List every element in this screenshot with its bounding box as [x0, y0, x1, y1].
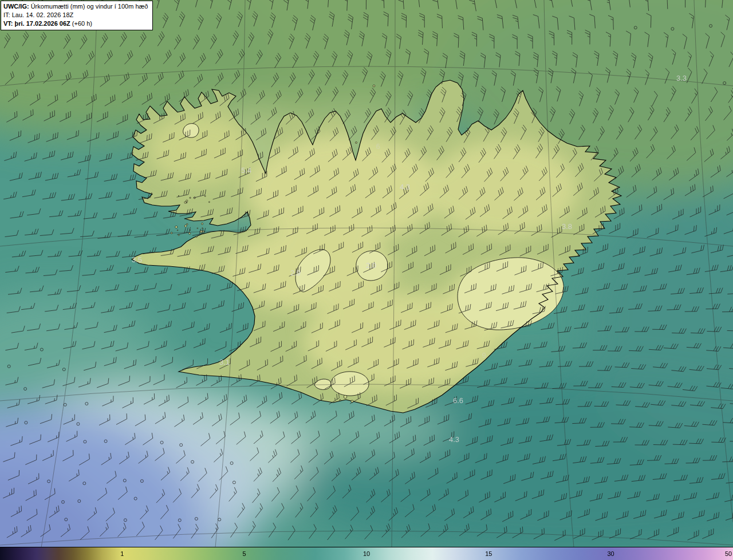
- islet: [186, 202, 187, 203]
- colorbar: 1510153050: [0, 547, 733, 560]
- islet: [189, 232, 191, 234]
- title-box: UWC/IG: Úrkomumætti (mm) og vindur í 100…: [1, 1, 153, 30]
- colorbar-tick-label: 30: [607, 547, 614, 560]
- weather-map-page: 3.35.44.33.83.52.92.03.16.64.396 UWC/IG:…: [0, 0, 733, 560]
- islet: [204, 196, 206, 197]
- map-label: 3.5: [132, 255, 142, 264]
- islet: [175, 226, 178, 228]
- valid-time-line: VT: þri. 17.02.2026 06Z (+60 h): [3, 19, 148, 28]
- islet: [202, 223, 203, 224]
- title-text: Úrkomumætti (mm) og vindur í 100m hæð: [29, 3, 148, 10]
- islet: [196, 236, 197, 237]
- map-label: 5.4: [241, 166, 251, 175]
- colorbar-tick-label: 1: [120, 547, 124, 560]
- map-label: 2.0: [366, 261, 376, 270]
- islet: [184, 225, 187, 227]
- islet: [178, 195, 179, 196]
- map-label: 3.3: [676, 74, 687, 82]
- map-label: 6: [376, 142, 380, 151]
- map-label: 3.1: [219, 358, 230, 366]
- islet: [190, 197, 191, 198]
- islet: [344, 395, 347, 399]
- islet: [373, 85, 375, 87]
- valid-time-bold: VT: þri. 17.02.2026 06Z: [3, 20, 70, 27]
- islet: [186, 200, 188, 202]
- colorbar-tick-label: 50: [725, 547, 732, 560]
- map-label: 4.3: [400, 183, 410, 191]
- map-label: 9: [482, 351, 486, 360]
- model-name: UWC/IG:: [3, 3, 29, 10]
- title-line: UWC/IG: Úrkomumætti (mm) og vindur í 100…: [3, 2, 148, 11]
- islet: [177, 230, 178, 231]
- map-label: 6.6: [453, 396, 463, 405]
- islet: [184, 202, 186, 203]
- weather-map-svg: 3.35.44.33.83.52.92.03.16.64.396: [0, 0, 733, 547]
- islet: [202, 228, 203, 229]
- colorbar-tick-label: 10: [363, 547, 370, 560]
- colorbar-tick-label: 5: [243, 547, 246, 560]
- map-label: 3.8: [562, 222, 572, 231]
- islet: [197, 228, 198, 229]
- islet: [178, 234, 179, 235]
- islet: [340, 400, 341, 401]
- islet: [187, 223, 188, 224]
- colorbar-tick-label: 15: [485, 547, 492, 560]
- valid-time-rest: (+60 h): [70, 20, 92, 27]
- map-label: 2.9: [290, 269, 301, 277]
- init-time-line: IT: Lau. 14. 02. 2026 18Z: [3, 11, 148, 19]
- map-label: 4.3: [449, 435, 459, 444]
- islet: [356, 142, 357, 144]
- islet: [209, 202, 210, 203]
